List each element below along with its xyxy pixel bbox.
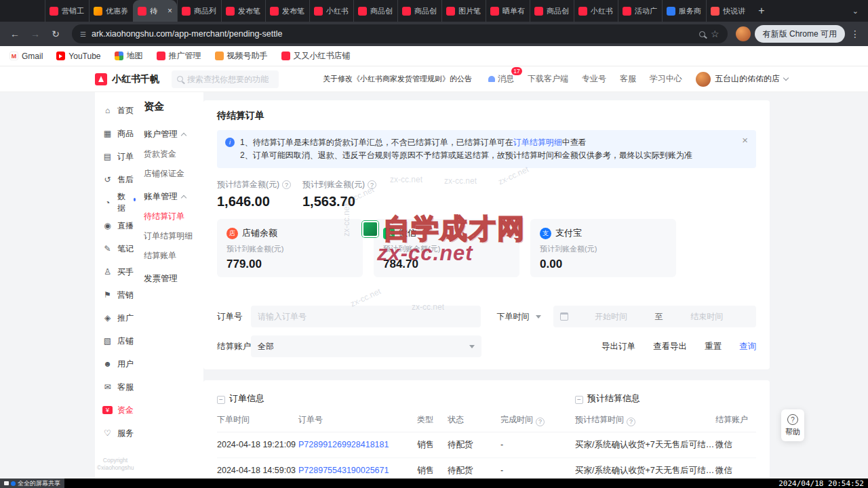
sidebar-item-service[interactable]: ✉客服 [95, 375, 136, 399]
pro-account-link[interactable]: 专业号 [582, 73, 606, 85]
bookmark-youtube[interactable]: YouTube [56, 52, 100, 61]
view-exports-button[interactable]: 查看导出 [653, 341, 687, 352]
stat-label: 预计结算金额(元) [217, 179, 279, 190]
subnav-item-deposit[interactable]: 店铺保证金 [144, 164, 203, 184]
browser-tab[interactable]: 小红书 [309, 0, 353, 22]
new-tab-button[interactable]: + [753, 2, 770, 20]
help-circle-icon[interactable]: ? [536, 418, 545, 426]
browser-tab[interactable]: 小红书 [574, 0, 618, 22]
browser-tab[interactable]: 商品创 [530, 0, 574, 22]
subnav-item-pending-settle[interactable]: 待结算订单 [144, 207, 203, 226]
browser-tab[interactable]: 优惠券 [89, 0, 133, 22]
wechat-card: 微微信 预计到账金额(元) 784.70 [374, 219, 519, 277]
stat-value: 1,563.70 [302, 194, 388, 209]
sidebar-item-shop[interactable]: ▧店铺 [95, 329, 136, 352]
settle-detail-link[interactable]: 订单结算明细 [513, 138, 562, 147]
subnav-item-goods-funds[interactable]: 货款资金 [144, 144, 203, 164]
browser-tab[interactable]: 商品列 [177, 0, 221, 22]
screen-share-chip[interactable]: 全全的屏幕共享 [0, 479, 64, 488]
sidebar-item-data[interactable]: ◔数据 [95, 191, 136, 214]
learning-center-link[interactable]: 学习中心 [650, 73, 682, 85]
sidebar-item-marketing[interactable]: ⚑营销 [95, 283, 136, 306]
collapse-icon[interactable]: − [575, 396, 583, 404]
bookmark-promotion[interactable]: 推广管理 [157, 50, 201, 62]
browser-tab[interactable]: 晒单有 [486, 0, 530, 22]
tab-search-chevron-icon[interactable]: ⌄ [852, 7, 859, 16]
close-icon[interactable]: × [742, 134, 748, 146]
sidebar-item-live[interactable]: ◉直播 [95, 214, 136, 237]
bookmark-xhs-shop[interactable]: 又又小红书店铺 [281, 50, 351, 62]
help-button[interactable]: ? 帮助 [781, 409, 804, 441]
chrome-update-button[interactable]: 有新版 Chrome 可用 [755, 25, 845, 43]
messages[interactable]: 消息17 [488, 73, 514, 85]
copyright: Copyright©xiaohongshu [95, 457, 136, 479]
sidebar-item-promotion[interactable]: ◈推广 [95, 306, 136, 329]
sidebar-item-aftersale[interactable]: ↺售后 [95, 168, 136, 191]
help-circle-icon[interactable]: ? [368, 180, 376, 189]
time-type-select[interactable]: 下单时间 [490, 306, 549, 327]
browser-tab[interactable]: 商品创 [353, 0, 397, 22]
download-client-link[interactable]: 下载客户端 [528, 73, 568, 85]
address-bar[interactable]: ☰ ark.xiaohongshu.com/app-merchant/pendi… [72, 24, 728, 43]
date-start-placeholder[interactable]: 开始时间 [568, 311, 653, 323]
sidebar-item-goods[interactable]: ▦商品 [95, 122, 136, 145]
date-range-picker[interactable]: 开始时间 至 结束时间 [553, 306, 756, 327]
subnav-group-invoice[interactable]: 发票管理 [144, 268, 203, 289]
profile-avatar[interactable] [736, 26, 751, 41]
sidebar-item-services[interactable]: ♡服务 [95, 422, 136, 445]
subnav-group-bills[interactable]: 账单管理 [144, 186, 203, 207]
subnav-item-settle-bill[interactable]: 结算账单 [144, 246, 203, 266]
search-input[interactable] [187, 75, 273, 84]
browser-menu-icon[interactable]: ⋮ [849, 28, 861, 39]
browser-tab[interactable]: 营销工 [45, 0, 89, 22]
bookmark-maps[interactable]: 地图 [115, 50, 143, 62]
back-icon[interactable]: ← [7, 28, 23, 39]
subnav-item-settle-detail[interactable]: 订单结算明细 [144, 226, 203, 246]
sidebar-item-users[interactable]: ☻用户 [95, 352, 136, 375]
sidebar-item-buyer[interactable]: ♙买手 [95, 260, 136, 283]
query-button[interactable]: 查询 [739, 341, 756, 352]
url-text[interactable]: ark.xiaohongshu.com/app-merchant/pending… [92, 29, 694, 39]
bookmark-star-icon[interactable]: ☆ [711, 28, 719, 39]
site-settings-icon[interactable]: ☰ [80, 30, 86, 38]
browser-tab[interactable]: 活动广 [618, 0, 662, 22]
tab-close-icon[interactable]: × [167, 6, 172, 16]
search-icon[interactable] [699, 31, 705, 37]
browser-tab[interactable]: 商品创 [397, 0, 441, 22]
help-circle-icon[interactable]: ? [282, 180, 291, 189]
account-menu[interactable]: 五台山的佑佑的店 [696, 72, 788, 87]
help-circle-icon[interactable]: ? [627, 418, 635, 426]
forward-icon[interactable]: → [27, 28, 43, 39]
bookmark-gmail[interactable]: MGmail [9, 52, 43, 61]
browser-tab[interactable]: 发布笔 [265, 0, 309, 22]
order-no-input[interactable] [251, 306, 481, 327]
customer-service-link[interactable]: 客服 [620, 73, 636, 85]
reset-button[interactable]: 重置 [705, 341, 722, 352]
sidebar-item-orders[interactable]: ▤订单 [95, 145, 136, 168]
function-search[interactable] [172, 70, 279, 88]
browser-tab[interactable]: 发布笔 [221, 0, 265, 22]
date-end-placeholder[interactable]: 结束时间 [665, 311, 749, 323]
tab-label: 商品创 [414, 6, 437, 16]
settle-account-select[interactable]: 全部 [251, 336, 481, 357]
export-orders-button[interactable]: 导出订单 [601, 341, 635, 352]
sidebar-item-label: 客服 [117, 382, 134, 393]
bookmark-channels-helper[interactable]: 视频号助手 [215, 50, 268, 62]
reload-icon[interactable]: ↻ [47, 28, 64, 39]
browser-tab[interactable]: 图片笔 [441, 0, 486, 22]
browser-tab[interactable]: 快说讲 [706, 0, 750, 22]
tab-label: 商品列 [194, 6, 216, 16]
subnav-group-account[interactable]: 账户管理 [144, 124, 203, 144]
browser-tab-active[interactable]: 待× [133, 0, 177, 22]
sidebar-item-home[interactable]: ⌂首页 [95, 99, 136, 122]
sidebar-item-notes[interactable]: ✎笔记 [95, 237, 136, 260]
collapse-icon[interactable]: − [217, 396, 225, 404]
browser-tab[interactable]: 服务商 [662, 0, 706, 22]
announcement-link[interactable]: 关于修改《小红书商家发货管理规则》的公告 [323, 74, 472, 84]
brand[interactable]: 小红书千帆 [95, 73, 159, 85]
sidebar-item-label: 营销 [117, 289, 134, 301]
messages-badge: 17 [511, 67, 522, 75]
card-name: 支付宝 [555, 227, 582, 239]
sidebar-item-funds[interactable]: ¥资金 [95, 399, 136, 422]
order-no-link[interactable]: P728991269928418181 [298, 432, 417, 458]
